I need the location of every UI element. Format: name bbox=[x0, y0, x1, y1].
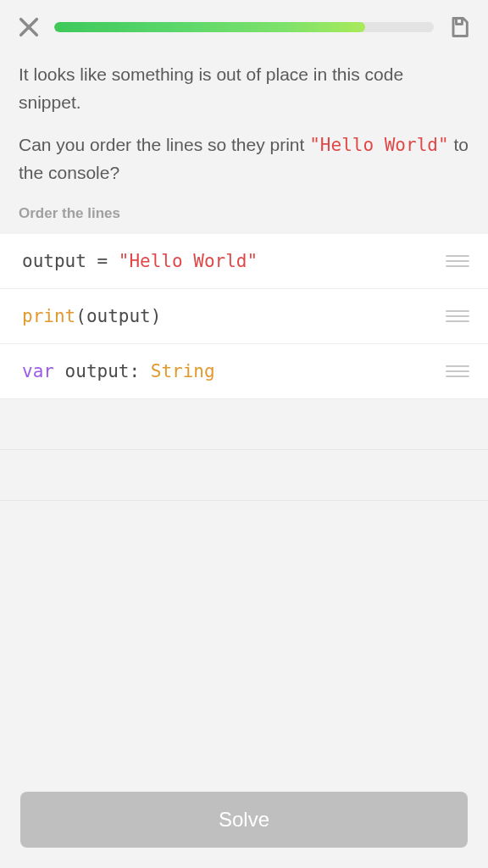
code-line[interactable]: var output: String bbox=[0, 344, 488, 399]
footer: Solve bbox=[0, 771, 488, 868]
prompt-line-2: Can you order the lines so they print "H… bbox=[19, 131, 469, 186]
drag-handle-icon[interactable] bbox=[446, 310, 469, 322]
placeholder-slot[interactable] bbox=[0, 450, 488, 501]
close-icon[interactable] bbox=[17, 15, 41, 39]
drag-handle-icon[interactable] bbox=[446, 255, 469, 267]
inline-code: "Hello World" bbox=[309, 135, 448, 155]
code-content: output = "Hello World" bbox=[22, 251, 258, 271]
code-line[interactable]: print(output) bbox=[0, 289, 488, 344]
code-content: print(output) bbox=[22, 306, 161, 326]
save-icon[interactable] bbox=[447, 15, 471, 39]
task-label: Order the lines bbox=[0, 205, 488, 234]
drag-handle-icon[interactable] bbox=[446, 365, 469, 377]
prompt-text: It looks like something is out of place … bbox=[0, 54, 488, 205]
prompt-line-1: It looks like something is out of place … bbox=[19, 61, 469, 116]
placeholder-area bbox=[0, 399, 488, 501]
spacer bbox=[0, 501, 488, 771]
placeholder-slot[interactable] bbox=[0, 399, 488, 450]
code-line[interactable]: output = "Hello World" bbox=[0, 234, 488, 289]
code-lines-container: output = "Hello World"print(output)var o… bbox=[0, 234, 488, 399]
progress-bar bbox=[54, 22, 434, 32]
code-content: var output: String bbox=[22, 361, 215, 381]
progress-fill bbox=[54, 22, 365, 32]
header bbox=[0, 0, 488, 54]
solve-button[interactable]: Solve bbox=[20, 792, 468, 848]
